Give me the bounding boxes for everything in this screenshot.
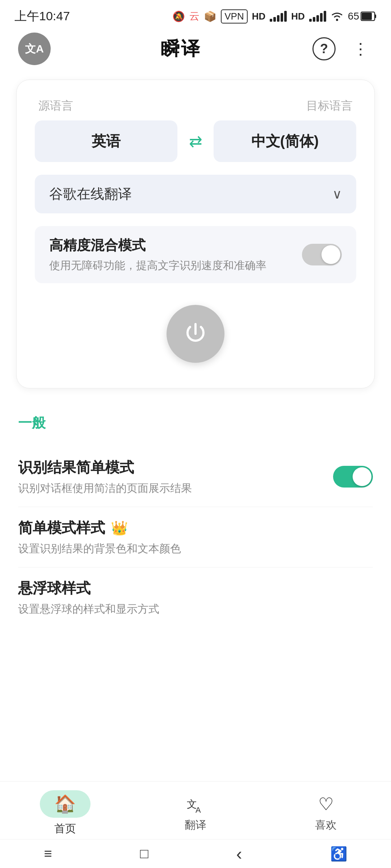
- signal-bars-2: [309, 11, 326, 22]
- simple-mode-toggle[interactable]: [333, 466, 373, 488]
- app-notif-2: 📦: [204, 10, 216, 22]
- home-label: 首页: [54, 821, 76, 836]
- status-time: 上午10:47: [14, 8, 70, 25]
- high-precision-subtitle: 使用无障碍功能，提高文字识别速度和准确率: [49, 258, 302, 273]
- translate-icon-wrapper: 文 A: [185, 794, 206, 814]
- language-selector-row: 英语 ⇄ 中文(简体): [35, 120, 356, 162]
- hd-icon-1: HD: [252, 11, 266, 22]
- signal-bars-1: [270, 11, 287, 22]
- simple-mode-style-setting[interactable]: 简单模式样式 👑 设置识别结果的背景色和文本颜色: [18, 507, 373, 567]
- source-language-button[interactable]: 英语: [35, 120, 177, 162]
- engine-name: 谷歌在线翻译: [49, 185, 132, 203]
- wifi-icon: [331, 11, 344, 22]
- chevron-down-icon: ∨: [332, 187, 342, 202]
- floating-ball-text: 悬浮球样式 设置悬浮球的样式和显示方式: [18, 578, 373, 617]
- nav-home-button[interactable]: □: [140, 846, 148, 861]
- high-precision-text: 高精度混合模式 使用无障碍功能，提高文字识别速度和准确率: [49, 236, 302, 273]
- power-button-container: [35, 298, 356, 366]
- battery-indicator: 65: [348, 10, 377, 22]
- notification-icon: 🔕: [172, 10, 185, 22]
- hd-icon-2: HD: [291, 11, 305, 22]
- app-notif-1: 云: [189, 9, 199, 23]
- heart-icon: ♡: [318, 794, 334, 814]
- app-title: 瞬译: [161, 36, 201, 61]
- status-icons: 🔕 云 📦 VPN HD HD: [172, 9, 377, 24]
- app-bar-actions: ? ⋮: [311, 36, 373, 61]
- high-precision-title: 高精度混合模式: [49, 236, 302, 255]
- home-icon-wrapper: 🏠: [40, 790, 91, 818]
- nav-favorites[interactable]: ♡ 喜欢: [261, 782, 391, 839]
- swap-icon: ⇄: [189, 132, 202, 150]
- crown-icon: 👑: [111, 520, 128, 536]
- app-bar: 文A 瞬译 ? ⋮: [0, 29, 391, 69]
- translate-icon: 文 A: [185, 794, 206, 814]
- system-navigation: ≡ □ ‹ ♿: [0, 839, 391, 868]
- floating-ball-title: 悬浮球样式: [18, 578, 373, 598]
- simple-mode-style-text: 简单模式样式 👑 设置识别结果的背景色和文本颜色: [18, 518, 373, 556]
- svg-rect-2: [375, 14, 376, 18]
- language-labels: 源语言 目标语言: [35, 98, 356, 114]
- favorites-icon-wrapper: ♡: [318, 794, 334, 814]
- more-icon: ⋮: [353, 41, 368, 57]
- power-button[interactable]: [167, 305, 224, 363]
- high-precision-toggle[interactable]: [302, 244, 342, 265]
- simple-mode-style-subtitle: 设置识别结果的背景色和文本颜色: [18, 541, 373, 556]
- nav-home[interactable]: 🏠 首页: [0, 782, 130, 839]
- swap-language-button[interactable]: ⇄: [177, 132, 214, 150]
- app-logo: 文A: [18, 33, 51, 65]
- nav-accessibility-button[interactable]: ♿: [330, 846, 347, 862]
- simple-mode-setting: 识别结果简单模式 识别对话框使用简洁的页面展示结果: [18, 447, 373, 507]
- settings-section: 一般 识别结果简单模式 识别对话框使用简洁的页面展示结果 简单模式样式 👑 设置…: [0, 399, 391, 627]
- target-language-button[interactable]: 中文(简体): [214, 120, 356, 162]
- svg-rect-3: [362, 13, 372, 20]
- more-button[interactable]: ⋮: [348, 36, 373, 61]
- simple-mode-subtitle: 识别对话框使用简洁的页面展示结果: [18, 481, 333, 496]
- help-icon: ?: [312, 37, 336, 60]
- battery-icon: [361, 12, 377, 21]
- help-button[interactable]: ?: [311, 36, 337, 61]
- nav-translate[interactable]: 文 A 翻译: [130, 782, 261, 839]
- svg-text:A: A: [196, 805, 201, 814]
- simple-mode-style-title: 简单模式样式 👑: [18, 518, 373, 538]
- simple-mode-title: 识别结果简单模式: [18, 458, 333, 477]
- translation-card: 源语言 目标语言 英语 ⇄ 中文(简体) 谷歌在线翻译 ∨ 高精度混合模式 使用…: [16, 80, 375, 388]
- target-lang-label: 目标语言: [306, 98, 353, 114]
- general-section-title: 一般: [18, 414, 373, 432]
- bottom-navigation: 🏠 首页 文 A 翻译 ♡ 喜欢: [0, 781, 391, 839]
- vpn-icon: VPN: [221, 9, 247, 24]
- battery-level: 65: [348, 10, 359, 22]
- status-bar: 上午10:47 🔕 云 📦 VPN HD HD: [0, 0, 391, 29]
- translate-label: 翻译: [185, 818, 206, 833]
- engine-dropdown[interactable]: 谷歌在线翻译 ∨: [35, 175, 356, 213]
- svg-point-0: [336, 19, 338, 21]
- power-icon: [183, 321, 208, 346]
- floating-ball-subtitle: 设置悬浮球的样式和显示方式: [18, 602, 373, 617]
- floating-ball-style-setting[interactable]: 悬浮球样式 设置悬浮球的样式和显示方式: [18, 567, 373, 627]
- nav-back-button[interactable]: ‹: [236, 844, 242, 864]
- simple-mode-text: 识别结果简单模式 识别对话框使用简洁的页面展示结果: [18, 458, 333, 496]
- nav-menu-button[interactable]: ≡: [44, 846, 52, 861]
- high-precision-mode-row: 高精度混合模式 使用无障碍功能，提高文字识别速度和准确率: [35, 226, 356, 283]
- source-lang-label: 源语言: [38, 98, 73, 114]
- home-icon: 🏠: [54, 794, 76, 814]
- favorites-label: 喜欢: [315, 818, 337, 833]
